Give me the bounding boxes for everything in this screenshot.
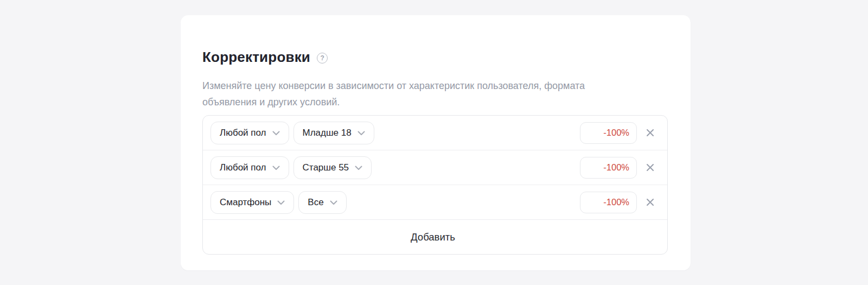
chevron-down-icon — [358, 131, 365, 136]
close-icon[interactable] — [644, 128, 655, 138]
adjustments-card: Корректировки ? Изменяйте цену конверсии… — [181, 15, 691, 270]
condition-dropdown[interactable]: Смартфоны — [210, 191, 294, 214]
detail-dropdown[interactable]: Младше 18 — [293, 122, 374, 144]
page-title: Корректировки — [202, 49, 310, 66]
chevron-down-icon — [355, 166, 362, 170]
adjustment-row: Смартфоны Все -100% — [203, 185, 667, 220]
condition-dropdown-label: Смартфоны — [220, 197, 271, 208]
adjustment-row: Любой пол Младше 18 -100% — [203, 116, 667, 150]
card-description: Изменяйте цену конверсии в зависимости о… — [202, 78, 585, 110]
adjustment-value[interactable]: -100% — [580, 157, 637, 179]
detail-dropdown-label: Все — [308, 197, 323, 208]
detail-dropdown-label: Младше 18 — [303, 128, 352, 138]
add-adjustment-button[interactable]: Добавить — [203, 220, 667, 254]
condition-dropdown-label: Любой пол — [220, 128, 266, 138]
condition-dropdown[interactable]: Любой пол — [210, 122, 289, 144]
description-line-2: объявления и других условий. — [202, 97, 340, 107]
help-icon[interactable]: ? — [317, 53, 328, 64]
close-icon[interactable] — [644, 197, 655, 208]
adjustment-value[interactable]: -100% — [580, 192, 637, 213]
condition-dropdown[interactable]: Любой пол — [210, 156, 289, 179]
card-header: Корректировки ? — [202, 49, 328, 66]
condition-dropdown-label: Любой пол — [220, 162, 266, 173]
detail-dropdown[interactable]: Старше 55 — [293, 156, 372, 179]
adjustments-list: Любой пол Младше 18 -100% Любой пол — [202, 115, 668, 255]
close-icon[interactable] — [644, 162, 655, 173]
chevron-down-icon — [277, 200, 285, 205]
adjustment-value[interactable]: -100% — [580, 122, 637, 144]
chevron-down-icon — [272, 131, 280, 136]
adjustment-row: Любой пол Старше 55 -100% — [203, 150, 667, 185]
detail-dropdown-label: Старше 55 — [303, 162, 349, 173]
description-line-1: Изменяйте цену конверсии в зависимости о… — [202, 80, 585, 91]
detail-dropdown[interactable]: Все — [298, 191, 346, 214]
chevron-down-icon — [330, 200, 337, 205]
chevron-down-icon — [272, 166, 280, 170]
